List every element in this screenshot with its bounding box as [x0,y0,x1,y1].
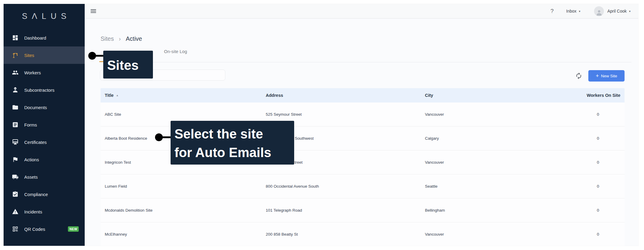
sidebar-item-certificates[interactable]: Certificates [4,133,85,151]
certificate-icon [12,139,19,145]
warning-triangle-icon [12,208,19,215]
cell-workers-on-site: 0 [547,136,625,141]
sidebar-item-label: Subcontractors [24,88,54,93]
refresh-icon [575,72,582,79]
app-logo: SΛLUS [4,4,85,28]
cell-workers-on-site: 0 [547,160,625,165]
breadcrumb-active: Active [126,35,142,42]
sidebar-item-label: Actions [24,157,39,162]
sidebar-item-label: QR Codes [24,227,45,232]
sidebar-item-documents[interactable]: Documents [4,99,85,116]
table-row[interactable]: Mcdonalds Demolition Site101 Telegraph R… [101,198,625,222]
cell-city: Vancouver [421,112,547,117]
user-dropdown[interactable]: April Cook ▾ [607,9,631,13]
user-name: April Cook [607,9,627,13]
help-icon[interactable]: ? [551,8,554,14]
cell-address: 200 858 Beatty St [262,232,421,237]
hardhat-worker-icon [12,87,19,93]
sidebar-item-label: Forms [24,122,37,127]
cell-city: Seattle [421,184,547,189]
sort-asc-icon: ▲ [116,94,119,97]
column-header-address[interactable]: Address [262,93,421,98]
plus-icon: + [596,73,599,79]
avatar[interactable] [594,6,604,16]
inbox-dropdown[interactable]: Inbox ▾ [566,9,580,13]
cell-workers-on-site: 0 [547,184,625,189]
sites-table: Title▲AddressCityWorkers On Site ABC Sit… [101,88,625,246]
new-badge: NEW [68,226,79,232]
sidebar-nav: DashboardSitesWorkersSubcontractorsDocum… [4,28,85,238]
sidebar-item-workers[interactable]: Workers [4,64,85,81]
folder-icon [12,104,19,111]
new-site-button[interactable]: + New Site [588,70,625,82]
sidebar-item-label: Compliance [24,192,48,197]
crane-icon [12,52,19,58]
cell-city: Vancouver [421,160,547,165]
cell-city: Vancouver [421,232,547,237]
cell-city: Bellingham [421,208,547,213]
truck-icon [12,174,19,180]
app-window: SΛLUS DashboardSitesWorkersSubcontractor… [4,4,638,246]
sidebar-item-label: Documents [24,105,47,110]
table-header: Title▲AddressCityWorkers On Site [101,88,625,103]
sidebar-item-actions[interactable]: Actions [4,151,85,168]
callout-dot [88,52,96,60]
breadcrumb: Sites › Active [101,35,142,42]
cell-title: Mcdonalds Demolition Site [101,208,262,213]
cell-address: 800 Occidental Avenue South [262,184,421,189]
cell-address: 525 Seymour Street [262,112,421,117]
tab-on-site-log[interactable]: On-site Log [164,49,187,62]
cell-workers-on-site: 0 [547,112,625,117]
sidebar-item-label: Assets [24,174,38,180]
sidebar-item-incidents[interactable]: Incidents [4,203,85,220]
chevron-down-icon: ▾ [579,10,580,13]
column-header-title[interactable]: Title▲ [101,93,262,98]
sidebar-item-qr-codes[interactable]: QR CodesNEW [4,220,85,238]
people-icon [12,69,19,76]
cell-city: Calgary [421,136,547,141]
table-row[interactable]: McElhanney200 858 Beatty StVancouver0 [101,222,625,246]
column-header-workers[interactable]: Workers On Site [547,93,625,98]
cell-title: ABC Site [101,112,262,117]
topbar: ? Inbox ▾ April Cook ▾ [85,4,638,19]
sidebar-item-label: Incidents [24,209,42,214]
column-header-city[interactable]: City [421,93,547,98]
cell-workers-on-site: 0 [547,232,625,237]
sidebar-item-label: Sites [24,53,34,58]
cell-workers-on-site: 0 [547,208,625,213]
refresh-button[interactable] [575,72,583,80]
cell-title: McElhanney [101,232,262,237]
callout-dot [155,133,163,141]
cell-address: 101 Telegraph Road [262,208,421,213]
sidebar-item-dashboard[interactable]: Dashboard [4,29,85,46]
flag-icon [12,156,19,163]
main-content: Sites › Active On-site Log + New Site Ti… [85,19,638,246]
breadcrumb-separator: › [116,35,124,42]
tab-divider [99,62,631,62]
cell-title: Lumen Field [101,184,262,189]
screenshot-canvas: SΛLUS DashboardSitesWorkersSubcontractor… [0,0,644,250]
sidebar-item-label: Certificates [24,140,47,145]
sidebar-item-label: Workers [24,70,41,75]
chevron-down-icon: ▾ [629,10,631,13]
dashboard-icon [12,34,19,41]
sidebar-item-sites[interactable]: Sites [4,46,85,64]
sidebar-item-forms[interactable]: Forms [4,116,85,133]
callout-sites: Sites [103,51,153,79]
sidebar-item-compliance[interactable]: Compliance [4,186,85,203]
new-site-label: New Site [601,74,617,78]
sidebar-item-assets[interactable]: Assets [4,168,85,186]
sidebar-item-subcontractors[interactable]: Subcontractors [4,81,85,99]
sidebar: SΛLUS DashboardSitesWorkersSubcontractor… [4,4,85,246]
callout-select-site: Select the site for Auto Emails [171,121,294,165]
form-doc-icon [12,121,19,128]
inbox-label: Inbox [566,9,576,13]
sidebar-item-label: Dashboard [24,35,46,40]
table-row[interactable]: Lumen Field800 Occidental Avenue SouthSe… [101,174,625,198]
person-icon [596,9,603,16]
breadcrumb-sites[interactable]: Sites [101,35,114,42]
hamburger-icon[interactable] [91,9,96,13]
clipboard-check-icon [12,191,19,198]
qr-code-icon [12,226,19,232]
